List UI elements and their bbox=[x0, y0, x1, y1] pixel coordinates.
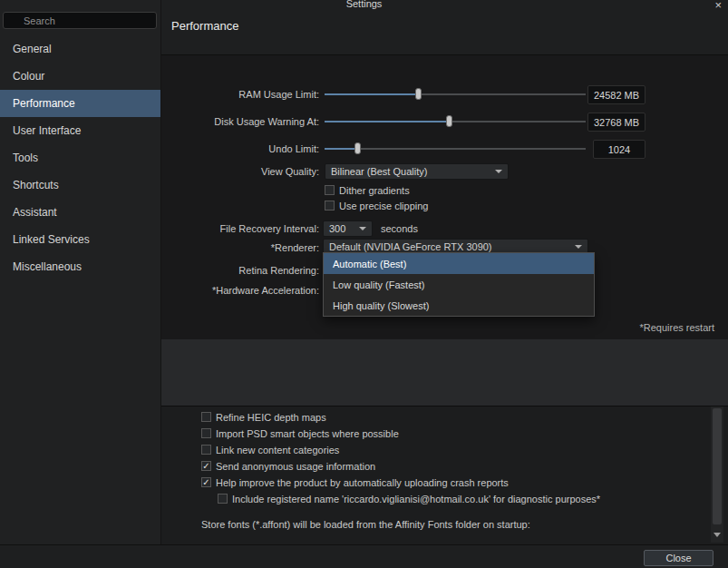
sidebar-item-shortcuts[interactable]: Shortcuts bbox=[0, 171, 160, 199]
ram-usage-limit-value[interactable]: 24582 MB bbox=[587, 85, 645, 104]
sidebar-item-linked-services[interactable]: Linked Services bbox=[0, 226, 160, 253]
renderer-value: Default (NVIDIA GeForce RTX 3090) bbox=[329, 241, 492, 252]
disk-usage-warning-slider[interactable] bbox=[325, 115, 586, 128]
include-registered-name-label: Include registered name 'riccardo.viglia… bbox=[232, 494, 600, 505]
disk-usage-warning-label: Disk Usage Warning At: bbox=[163, 116, 319, 128]
store-fonts-note: Store fonts (*.affont) will be loaded fr… bbox=[201, 519, 530, 531]
crash-reports-checkbox[interactable]: ✓ bbox=[201, 477, 211, 487]
retina-rendering-label: Retina Rendering: bbox=[163, 265, 319, 277]
chevron-down-icon bbox=[495, 170, 502, 173]
refine-heic-checkbox[interactable] bbox=[201, 412, 211, 422]
crash-reports-label: Help improve the product by automaticall… bbox=[216, 477, 509, 489]
close-window-icon[interactable]: × bbox=[714, 0, 722, 12]
file-recovery-interval-suffix: seconds bbox=[381, 223, 418, 234]
sidebar-item-general[interactable]: General bbox=[0, 35, 160, 63]
sidebar-item-user-interface[interactable]: User Interface bbox=[0, 117, 160, 144]
footer-bar: Close bbox=[0, 544, 728, 568]
import-psd-checkbox[interactable] bbox=[201, 428, 211, 438]
sidebar-item-miscellaneous[interactable]: Miscellaneous bbox=[0, 253, 160, 280]
settings-window: Settings × General Colour Performance Us… bbox=[0, 0, 728, 568]
ram-slider-thumb[interactable] bbox=[415, 88, 422, 100]
close-button[interactable]: Close bbox=[644, 550, 713, 566]
disk-usage-warning-value[interactable]: 32768 MB bbox=[587, 113, 645, 132]
requires-restart-note: *Requires restart bbox=[639, 322, 714, 333]
ram-usage-limit-slider[interactable] bbox=[325, 88, 586, 101]
view-quality-label: View Quality: bbox=[163, 166, 319, 178]
link-content-categories-label: Link new content categories bbox=[216, 445, 339, 456]
chevron-down-icon bbox=[575, 245, 582, 249]
renderer-option-automatic[interactable]: Automatic (Best) bbox=[324, 253, 594, 274]
panel-gap bbox=[161, 339, 728, 406]
renderer-dropdown-menu: Automatic (Best) Low quality (Fastest) H… bbox=[323, 252, 595, 317]
dither-gradients-checkbox[interactable] bbox=[325, 185, 335, 195]
undo-limit-slider[interactable] bbox=[325, 142, 586, 155]
chevron-down-icon bbox=[359, 227, 366, 230]
dither-gradients-label: Dither gradients bbox=[339, 185, 410, 197]
sidebar-item-colour[interactable]: Colour bbox=[0, 63, 160, 90]
precise-clipping-checkbox[interactable] bbox=[325, 201, 335, 211]
disk-slider-thumb[interactable] bbox=[446, 115, 452, 127]
renderer-option-low-quality[interactable]: Low quality (Fastest) bbox=[324, 274, 594, 295]
sidebar-item-tools[interactable]: Tools bbox=[0, 144, 160, 171]
sidebar: General Colour Performance User Interfac… bbox=[0, 0, 161, 545]
ram-usage-limit-label: RAM Usage Limit: bbox=[163, 89, 319, 101]
renderer-option-high-quality[interactable]: High quality (Slowest) bbox=[324, 295, 594, 316]
scrollbar-thumb[interactable] bbox=[713, 408, 722, 524]
link-content-categories-checkbox[interactable] bbox=[201, 445, 211, 455]
undo-slider-thumb[interactable] bbox=[354, 142, 361, 154]
page-title: Performance bbox=[171, 19, 238, 33]
file-recovery-interval-dropdown[interactable]: 300 bbox=[323, 220, 373, 237]
sidebar-nav: General Colour Performance User Interfac… bbox=[0, 35, 160, 280]
undo-limit-label: Undo Limit: bbox=[163, 143, 319, 155]
undo-limit-value[interactable]: 1024 bbox=[593, 140, 645, 159]
renderer-label: *Renderer: bbox=[163, 242, 319, 254]
include-registered-name-checkbox[interactable] bbox=[218, 494, 228, 504]
hardware-acceleration-label: *Hardware Acceleration: bbox=[163, 285, 319, 297]
anonymous-usage-checkbox[interactable]: ✓ bbox=[201, 461, 211, 471]
check-icon: ✓ bbox=[202, 478, 209, 487]
sidebar-item-assistant[interactable]: Assistant bbox=[0, 199, 160, 226]
scroll-down-arrow-icon[interactable] bbox=[713, 533, 721, 537]
view-quality-dropdown[interactable]: Bilinear (Best Quality) bbox=[325, 163, 509, 180]
anonymous-usage-label: Send anonymous usage information bbox=[216, 461, 375, 473]
view-quality-value: Bilinear (Best Quality) bbox=[331, 166, 427, 177]
import-psd-label: Import PSD smart objects where possible bbox=[216, 428, 399, 440]
file-recovery-interval-value: 300 bbox=[329, 223, 345, 234]
file-recovery-interval-label: File Recovery Interval: bbox=[163, 223, 319, 235]
search-input[interactable] bbox=[3, 12, 157, 29]
refine-heic-label: Refine HEIC depth maps bbox=[216, 412, 326, 424]
precise-clipping-label: Use precise clipping bbox=[339, 201, 428, 212]
sidebar-item-performance[interactable]: Performance bbox=[0, 90, 160, 117]
check-icon: ✓ bbox=[202, 462, 209, 471]
